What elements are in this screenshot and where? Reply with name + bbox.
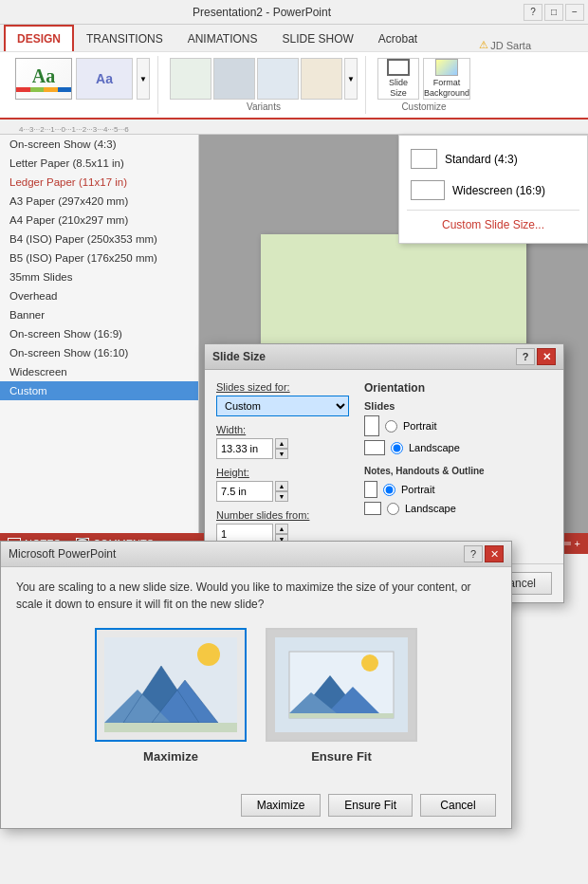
help-btn[interactable]: ?: [524, 4, 542, 21]
minimize-btn[interactable]: −: [565, 4, 584, 21]
notes-portrait-item: Portrait: [364, 481, 485, 498]
ms-dialog-controls: ? ✕: [464, 545, 504, 562]
notes-portrait-radio[interactable]: [383, 484, 395, 496]
num-slides-group: Number slides from: 1 ▲ ▼: [216, 509, 349, 544]
num-slides-up[interactable]: ▲: [275, 524, 288, 534]
variant-btn-4[interactable]: [301, 58, 342, 100]
main-area: On-screen Show (4:3) Letter Paper (8.5x1…: [0, 135, 588, 533]
themes-items: Aa Aa ▼: [15, 58, 150, 100]
list-item-4[interactable]: A3 Paper (297x420 mm): [0, 192, 198, 211]
slides-landscape-label: Landscape: [409, 442, 460, 453]
slides-sized-for-group: Slides sized for: Custom: [216, 381, 349, 416]
width-spinner: 13.33 in ▲ ▼: [216, 438, 349, 459]
popup-widescreen[interactable]: Widescreen (16:9): [407, 175, 579, 206]
svg-rect-14: [289, 713, 394, 718]
height-spinner: 7.5 in ▲ ▼: [216, 481, 349, 502]
dialog-titlebar: Slide Size ? ✕: [205, 344, 563, 370]
landscape-icon: [364, 440, 385, 455]
maximize-img: [95, 628, 247, 742]
slides-landscape-radio[interactable]: [391, 442, 403, 454]
slides-landscape-item: Landscape: [364, 440, 485, 455]
dialog-close-btn[interactable]: ✕: [537, 348, 556, 365]
theme-btn-2[interactable]: Aa: [76, 58, 133, 100]
customize-items: SlideSize FormatBackground: [377, 58, 470, 100]
window-controls: ? □ −: [524, 4, 588, 21]
list-item-10[interactable]: Banner: [0, 305, 198, 324]
dialog-title-btns: ? ✕: [516, 348, 556, 365]
height-spin-down[interactable]: ▼: [275, 491, 288, 502]
list-item-7[interactable]: B5 (ISO) Paper (176x250 mm): [0, 249, 198, 267]
ensure-fit-option[interactable]: Ensure Fit: [266, 628, 417, 764]
ms-cancel-button[interactable]: Cancel: [420, 794, 496, 817]
slides-sized-for-select[interactable]: Custom: [216, 396, 349, 416]
list-item-12[interactable]: On-screen Show (16:10): [0, 343, 198, 362]
maximize-label: Maximize: [143, 749, 198, 764]
list-item-1[interactable]: On-screen Show (4:3): [0, 135, 198, 154]
ms-dialog-titlebar: Microsoft PowerPoint ? ✕: [1, 542, 511, 567]
variants-label: Variants: [247, 101, 281, 112]
width-input[interactable]: 13.33 in: [216, 438, 273, 459]
tab-animations[interactable]: ANIMATIONS: [175, 27, 270, 51]
notes-portrait-label: Portrait: [401, 484, 434, 495]
themes-dropdown[interactable]: ▼: [137, 58, 150, 100]
slide-size-icon: [387, 59, 410, 76]
zoom-plus[interactable]: +: [575, 538, 580, 549]
orientation-title: Orientation: [364, 381, 485, 395]
popup-divider: [407, 210, 579, 211]
slide-panel: On-screen Show (4:3) Letter Paper (8.5x1…: [0, 135, 199, 533]
width-group: Width: 13.33 in ▲ ▼: [216, 424, 349, 459]
widescreen-icon: [411, 180, 445, 200]
ms-dialog-footer: Maximize Ensure Fit Cancel: [1, 786, 511, 828]
variants-dropdown[interactable]: ▼: [344, 58, 358, 100]
list-item-13[interactable]: Widescreen: [0, 362, 198, 381]
tab-design[interactable]: DESIGN: [4, 25, 74, 51]
list-item-8[interactable]: 35mm Slides: [0, 267, 198, 286]
ribbon: DESIGN TRANSITIONS ANIMATIONS SLIDE SHOW…: [0, 25, 588, 120]
height-spin-up[interactable]: ▲: [275, 481, 288, 491]
ribbon-tabs: DESIGN TRANSITIONS ANIMATIONS SLIDE SHOW…: [0, 25, 588, 51]
width-spin-up[interactable]: ▲: [275, 438, 288, 449]
ensure-fit-img: [266, 628, 417, 742]
list-item-2[interactable]: Letter Paper (8.5x11 in): [0, 154, 198, 173]
list-item-11[interactable]: On-screen Show (16:9): [0, 324, 198, 343]
notes-radio-group: Portrait Landscape: [364, 481, 485, 515]
variant-btn-2[interactable]: [213, 58, 255, 100]
list-item-14[interactable]: Custom: [0, 381, 198, 400]
svg-rect-7: [104, 723, 237, 732]
height-input[interactable]: 7.5 in: [216, 481, 273, 502]
format-bg-icon: [435, 59, 458, 76]
tab-acrobat[interactable]: Acrobat: [366, 27, 430, 51]
ms-dialog-close[interactable]: ✕: [485, 545, 504, 562]
tab-transitions[interactable]: TRANSITIONS: [74, 27, 175, 51]
ms-dialog-body: You are scaling to a new slide size. Wou…: [1, 567, 511, 786]
variant-btn-3[interactable]: [257, 58, 299, 100]
notes-landscape-radio[interactable]: [387, 503, 399, 515]
height-label: Height:: [216, 467, 349, 478]
ms-dialog-help[interactable]: ?: [464, 545, 483, 562]
slide-size-button[interactable]: SlideSize: [377, 58, 419, 100]
maximize-option[interactable]: Maximize: [95, 628, 247, 764]
svg-point-13: [361, 654, 378, 672]
ms-ensure-fit-button[interactable]: Ensure Fit: [328, 794, 413, 817]
list-item-6[interactable]: B4 (ISO) Paper (250x353 mm): [0, 230, 198, 249]
popup-standard[interactable]: Standard (4:3): [407, 143, 579, 175]
format-background-button[interactable]: FormatBackground: [423, 58, 470, 100]
width-spin-down[interactable]: ▼: [275, 449, 288, 459]
customize-label: Customize: [401, 101, 446, 112]
restore-btn[interactable]: □: [544, 4, 563, 21]
custom-slide-size-link[interactable]: Custom Slide Size...: [407, 214, 579, 235]
dialog-form: Slides sized for: Custom Width: 13.33 in: [216, 381, 349, 552]
ms-maximize-button[interactable]: Maximize: [241, 794, 322, 817]
slides-sub-title: Slides: [364, 400, 485, 412]
maximize-svg: [104, 637, 237, 732]
tab-slideshow[interactable]: SLIDE SHOW: [269, 27, 365, 51]
list-item-3[interactable]: Ledger Paper (11x17 in): [0, 173, 198, 192]
format-bg-label: FormatBackground: [424, 78, 469, 99]
dialog-help-btn[interactable]: ?: [516, 348, 535, 365]
list-item-5[interactable]: A4 Paper (210x297 mm): [0, 211, 198, 230]
theme-btn-1[interactable]: Aa: [15, 58, 72, 100]
list-item-9[interactable]: Overhead: [0, 286, 198, 305]
variant-btn-1[interactable]: [170, 58, 211, 100]
slides-portrait-radio[interactable]: [385, 420, 397, 433]
title-bar: Presentation2 - PowerPoint ? □ −: [0, 0, 588, 25]
